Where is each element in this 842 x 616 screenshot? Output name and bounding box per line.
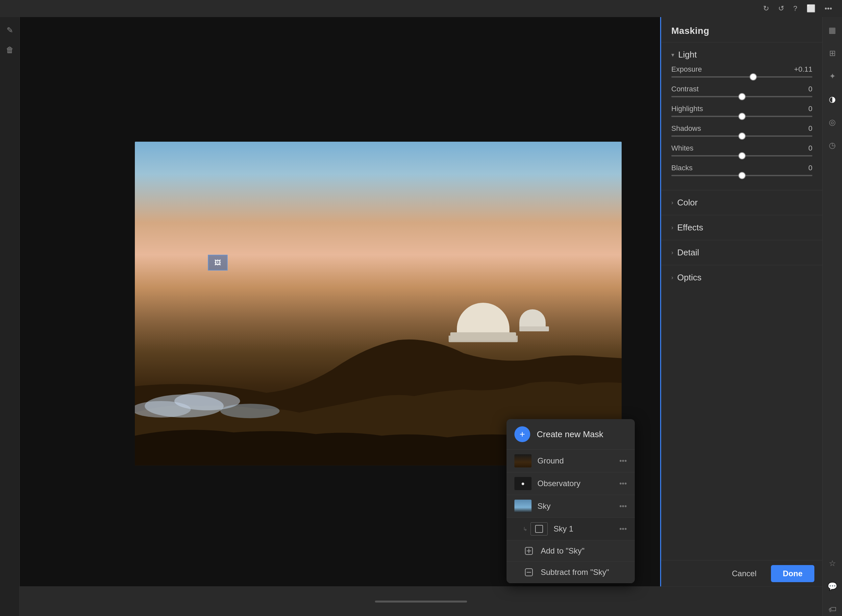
exposure-track[interactable]	[671, 76, 813, 78]
blacks-value: 0	[808, 164, 813, 172]
add-to-sky-icon	[523, 545, 535, 557]
mask-item-ground[interactable]: Ground •••	[507, 450, 635, 472]
observatory-mask-label: Observatory	[538, 479, 613, 488]
light-section-label: Light	[678, 50, 697, 60]
done-button[interactable]: Done	[771, 565, 814, 582]
no-photo-icon[interactable]: ⬜	[807, 4, 816, 13]
blacks-track[interactable]	[671, 175, 813, 176]
observatory-more-button[interactable]: •••	[619, 479, 627, 488]
light-section-header[interactable]: ▾ Light	[671, 43, 813, 65]
mask-popup: + Create new Mask Ground ••• Observatory…	[507, 419, 635, 583]
histogram-icon[interactable]: ▦	[827, 23, 838, 37]
contrast-label: Contrast	[671, 85, 699, 93]
shadows-slider-row: Shadows 0	[671, 124, 813, 137]
optics-chevron-icon: ›	[671, 274, 673, 281]
panel-bottom-bar: Cancel Done	[661, 560, 822, 587]
bottom-left-toolbar: ✎ 🗑	[0, 17, 20, 616]
mask-popup-header: + Create new Mask	[507, 419, 635, 450]
mask-item-observatory[interactable]: Observatory •••	[507, 472, 635, 495]
undo-icon[interactable]: ↺	[778, 4, 784, 13]
filter-icon[interactable]: ◷	[827, 139, 838, 152]
masking-icon[interactable]: ◑	[827, 93, 838, 106]
more-icon[interactable]: •••	[824, 4, 832, 13]
sky1-more-button[interactable]: •••	[619, 525, 627, 533]
tag-icon[interactable]: 🏷	[827, 603, 838, 616]
comment-icon[interactable]: 💬	[826, 580, 839, 593]
help-icon[interactable]: ?	[794, 4, 797, 13]
subtract-from-sky-action[interactable]: Subtract from "Sky"	[507, 562, 635, 583]
crop-icon[interactable]: ⊞	[827, 47, 838, 60]
top-bar: ↻ ↺ ? ⬜ •••	[0, 0, 842, 17]
scroll-indicator[interactable]	[375, 601, 467, 603]
sky-mask-label: Sky	[538, 502, 613, 511]
bottom-bar	[20, 587, 822, 616]
subtract-from-sky-icon	[523, 566, 535, 578]
light-chevron-icon: ▾	[671, 51, 674, 59]
mask-item-sky[interactable]: Sky •••	[507, 495, 635, 518]
highlights-value: 0	[808, 104, 813, 113]
exposure-slider-row: Exposure +0.11	[671, 65, 813, 78]
shadows-thumb[interactable]	[738, 132, 746, 140]
color-chevron-icon: ›	[671, 199, 673, 206]
create-mask-label: Create new Mask	[537, 429, 603, 440]
contrast-slider-row: Contrast 0	[671, 85, 813, 97]
whites-label: Whites	[671, 144, 693, 153]
ground-mask-label: Ground	[538, 456, 613, 465]
add-to-sky-action[interactable]: Add to "Sky"	[507, 540, 635, 562]
contrast-value: 0	[808, 85, 813, 93]
delete-icon[interactable]: 🗑	[4, 43, 16, 57]
svg-point-3	[220, 404, 279, 418]
highlights-thumb[interactable]	[738, 113, 746, 120]
exposure-value: +0.11	[794, 65, 813, 73]
observatory-thumbnail	[514, 477, 532, 490]
whites-track[interactable]	[671, 155, 813, 157]
photo-background: 🖼	[135, 142, 622, 465]
highlights-label: Highlights	[671, 104, 703, 113]
optics-section[interactable]: › Optics	[661, 265, 822, 290]
sky-more-button[interactable]: •••	[619, 502, 627, 510]
detail-section-label: Detail	[677, 248, 699, 258]
optics-section-label: Optics	[677, 273, 702, 283]
blacks-slider-row: Blacks 0	[671, 164, 813, 176]
effects-section-label: Effects	[677, 223, 703, 233]
subtract-from-sky-label: Subtract from "Sky"	[541, 568, 609, 577]
highlights-slider-row: Highlights 0	[671, 104, 813, 117]
add-to-sky-label: Add to "Sky"	[541, 546, 585, 556]
contrast-thumb[interactable]	[738, 93, 746, 100]
mask-item-sky1[interactable]: ↳ Sky 1 •••	[507, 518, 635, 540]
healing-icon[interactable]: ✦	[827, 70, 838, 83]
create-mask-button[interactable]: +	[514, 426, 530, 442]
indent-icon: ↳	[523, 526, 527, 532]
star-icon[interactable]: ☆	[827, 557, 838, 570]
color-section[interactable]: › Color	[661, 190, 822, 215]
ground-more-button[interactable]: •••	[619, 456, 627, 465]
redeye-icon[interactable]: ◎	[827, 116, 838, 129]
right-panel: Masking ▾ Light Exposure +0.11 Contrast …	[661, 17, 822, 616]
blacks-thumb[interactable]	[738, 172, 746, 179]
edit-icon[interactable]: ✎	[4, 23, 15, 37]
cancel-button[interactable]: Cancel	[724, 565, 764, 582]
shadows-label: Shadows	[671, 124, 701, 133]
whites-slider-row: Whites 0	[671, 144, 813, 157]
image-overlay-icon: 🖼	[208, 255, 228, 271]
sky1-mask-label: Sky 1	[554, 524, 613, 534]
shadows-track[interactable]	[671, 135, 813, 137]
detail-section[interactable]: › Detail	[661, 240, 822, 265]
redo-icon[interactable]: ↻	[763, 4, 769, 13]
contrast-track[interactable]	[671, 96, 813, 97]
exposure-thumb[interactable]	[749, 73, 757, 81]
detail-chevron-icon: ›	[671, 249, 673, 256]
canvas-area: 🖼	[0, 17, 757, 616]
light-section: ▾ Light Exposure +0.11 Contrast 0	[661, 42, 822, 190]
panel-title: Masking	[661, 17, 822, 42]
sky-thumbnail	[514, 500, 532, 513]
ground-thumbnail	[514, 454, 532, 468]
blacks-label: Blacks	[671, 164, 693, 172]
shadows-value: 0	[808, 124, 813, 133]
photo-icon: 🖼	[215, 259, 221, 267]
whites-thumb[interactable]	[738, 152, 746, 160]
effects-section[interactable]: › Effects	[661, 215, 822, 240]
highlights-track[interactable]	[671, 116, 813, 117]
whites-value: 0	[808, 144, 813, 153]
color-section-label: Color	[677, 198, 698, 208]
